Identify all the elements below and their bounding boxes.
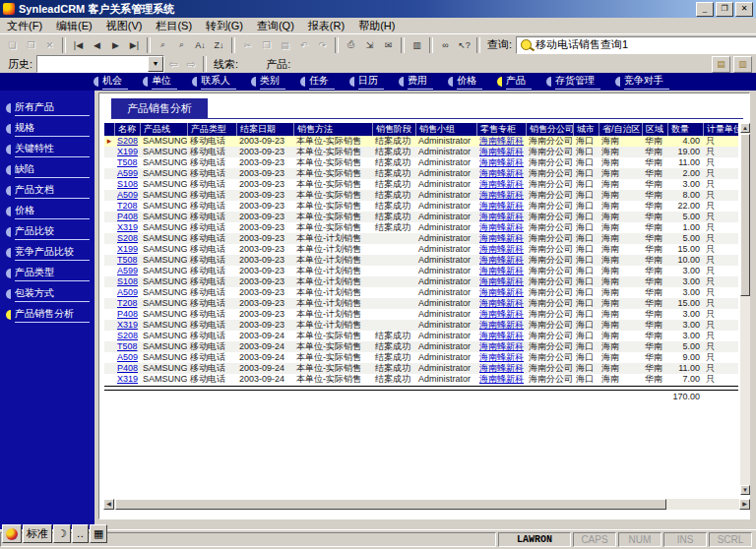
sidebar-item-4[interactable]: 产品文档 xyxy=(0,180,94,201)
column-header-9[interactable]: 城市 xyxy=(573,123,598,136)
column-header-10[interactable]: 省/自治区 xyxy=(598,123,642,136)
tab-item-0[interactable]: 机会 xyxy=(94,74,128,90)
table-row[interactable]: T208SAMSUNG移动电话2003-09-23本单位-计划销售Adminis… xyxy=(104,298,738,309)
ime-language-button[interactable] xyxy=(2,524,22,543)
retail-counter-link[interactable]: 海南蜂新科 xyxy=(476,136,526,147)
tab-item-10[interactable]: 竞争对手 xyxy=(615,74,669,90)
tab-item-7[interactable]: 价格 xyxy=(448,74,482,90)
search-icon[interactable]: ⌕ xyxy=(154,36,172,54)
table-row[interactable]: ▸S208SAMSUNG移动电话2003-09-23本单位-实际销售结案成功Ad… xyxy=(104,136,738,147)
scroll-up-icon[interactable]: ▲ xyxy=(740,123,750,133)
nav-first-icon[interactable]: |◀ xyxy=(69,36,88,54)
table-row[interactable]: X319SAMSUNG移动电话2003-09-24本单位-实际销售结案成功Adm… xyxy=(104,374,738,385)
product-name-link[interactable]: T508 xyxy=(114,157,140,168)
card-detail-icon[interactable]: ▥ xyxy=(733,56,752,73)
horizontal-scroll-thumb[interactable] xyxy=(115,499,666,510)
card-view-icon[interactable]: ▤ xyxy=(712,56,730,73)
tab-item-3[interactable]: 类别 xyxy=(251,74,285,90)
product-name-link[interactable]: T208 xyxy=(114,201,140,212)
sidebar-item-9[interactable]: 包装方式 xyxy=(0,283,94,304)
sort-asc-icon[interactable]: A↓ xyxy=(191,36,210,54)
retail-counter-link[interactable]: 海南蜂新科 xyxy=(476,190,526,201)
retail-counter-link[interactable]: 海南蜂新科 xyxy=(476,276,526,287)
column-header-2[interactable]: 产品类型 xyxy=(187,123,236,136)
column-header-7[interactable]: 零售专柜 xyxy=(476,123,526,136)
menu-item-0[interactable]: 文件(F) xyxy=(0,19,49,33)
table-row[interactable]: S208SAMSUNG移动电话2003-09-24本单位-实际销售结案成功Adm… xyxy=(104,331,738,341)
menu-item-2[interactable]: 视图(V) xyxy=(99,19,150,33)
product-name-link[interactable]: X199 xyxy=(114,147,140,157)
tab-item-1[interactable]: 单位 xyxy=(143,74,177,90)
find-binoculars-icon[interactable]: ∞ xyxy=(436,36,455,54)
retail-counter-link[interactable]: 海南蜂新科 xyxy=(476,244,526,255)
menu-item-5[interactable]: 查询(Q) xyxy=(250,19,301,33)
product-name-link[interactable]: A599 xyxy=(114,168,140,179)
report-icon[interactable]: ▥ xyxy=(408,36,426,54)
retail-counter-link[interactable]: 海南蜂新科 xyxy=(476,212,526,222)
send-icon[interactable]: ✉ xyxy=(379,36,398,54)
sidebar-item-7[interactable]: 竞争产品比较 xyxy=(0,242,94,263)
retail-counter-link[interactable]: 海南蜂新科 xyxy=(476,363,526,374)
sidebar-item-3[interactable]: 缺陷 xyxy=(0,159,94,180)
context-help-icon[interactable]: ↖? xyxy=(455,36,473,54)
table-row[interactable]: A509SAMSUNG移动电话2003-09-23本单位-实际销售结案成功Adm… xyxy=(104,190,738,201)
table-row[interactable]: P408SAMSUNG移动电话2003-09-24本单位-实际销售结案成功Adm… xyxy=(104,363,738,374)
retail-counter-link[interactable]: 海南蜂新科 xyxy=(476,341,526,352)
sort-desc-icon[interactable]: Z↓ xyxy=(210,36,228,54)
retail-counter-link[interactable]: 海南蜂新科 xyxy=(476,287,526,298)
product-name-link[interactable]: S208 xyxy=(114,136,140,147)
product-name-link[interactable]: X199 xyxy=(114,244,140,255)
product-name-link[interactable]: A509 xyxy=(114,287,140,298)
sidebar-item-10[interactable]: 产品销售分析 xyxy=(0,304,94,325)
horizontal-scrollbar[interactable]: ◀ ▶ xyxy=(103,499,750,510)
product-name-link[interactable]: S208 xyxy=(114,233,140,244)
retail-counter-link[interactable]: 海南蜂新科 xyxy=(476,266,526,276)
menu-item-6[interactable]: 报表(R) xyxy=(301,19,351,33)
column-header-13[interactable]: 计量单位 xyxy=(703,123,738,136)
menu-item-3[interactable]: 栏目(S) xyxy=(149,19,199,33)
table-row[interactable]: A599SAMSUNG移动电话2003-09-23本单位-计划销售Adminis… xyxy=(104,266,738,276)
retail-counter-link[interactable]: 海南蜂新科 xyxy=(476,374,526,385)
column-header-6[interactable]: 销售小组 xyxy=(415,123,476,136)
table-row[interactable]: S108SAMSUNG移动电话2003-09-23本单位-计划销售Adminis… xyxy=(104,276,738,287)
tab-item-8[interactable]: 产品 xyxy=(497,74,532,90)
column-header-0[interactable]: 名称 xyxy=(114,123,140,136)
table-row[interactable]: T508SAMSUNG移动电话2003-09-23本单位-计划销售Adminis… xyxy=(104,255,738,266)
menu-item-4[interactable]: 转到(G) xyxy=(199,19,250,33)
sidebar-item-0[interactable]: 所有产品 xyxy=(0,97,94,118)
product-name-link[interactable]: S108 xyxy=(114,179,140,190)
ime-mode-button[interactable]: 标准 xyxy=(23,524,52,543)
sidebar-item-5[interactable]: 价格 xyxy=(0,201,94,221)
retail-counter-link[interactable]: 海南蜂新科 xyxy=(476,309,526,320)
ime-punctuation-icon[interactable]: ‥ xyxy=(72,524,89,543)
close-button[interactable]: ✕ xyxy=(735,2,753,17)
product-name-link[interactable]: T508 xyxy=(114,255,140,266)
column-header-11[interactable]: 区域 xyxy=(642,123,667,136)
ime-softkeyboard-icon[interactable]: ▦ xyxy=(90,524,107,543)
table-row[interactable]: A509SAMSUNG移动电话2003-09-23本单位-计划销售Adminis… xyxy=(104,287,738,298)
product-name-link[interactable]: P408 xyxy=(114,212,140,222)
table-row[interactable]: S108SAMSUNG移动电话2003-09-23本单位-实际销售结案成功Adm… xyxy=(104,179,738,190)
column-header-8[interactable]: 销售分公司 xyxy=(526,123,573,136)
search-preview-icon[interactable]: ⌕ xyxy=(172,36,191,54)
product-name-link[interactable]: A509 xyxy=(114,190,140,201)
product-name-link[interactable]: A509 xyxy=(114,352,140,363)
product-name-link[interactable]: P408 xyxy=(114,363,140,374)
tab-item-5[interactable]: 日历 xyxy=(349,74,384,90)
export-icon[interactable]: ⇲ xyxy=(360,36,379,54)
scroll-right-icon[interactable]: ▶ xyxy=(739,499,750,510)
retail-counter-link[interactable]: 海南蜂新科 xyxy=(476,233,526,244)
scroll-down-icon[interactable]: ▼ xyxy=(740,485,750,495)
product-name-link[interactable]: A599 xyxy=(114,266,140,276)
sidebar-item-2[interactable]: 关键特性 xyxy=(0,139,94,159)
table-row[interactable]: X319SAMSUNG移动电话2003-09-23本单位-计划销售Adminis… xyxy=(104,320,738,331)
product-name-link[interactable]: X319 xyxy=(114,222,140,233)
product-name-link[interactable]: T508 xyxy=(114,341,140,352)
retail-counter-link[interactable]: 海南蜂新科 xyxy=(476,147,526,157)
tab-item-9[interactable]: 存货管理 xyxy=(546,74,600,90)
product-name-link[interactable]: X319 xyxy=(114,374,140,385)
retail-counter-link[interactable]: 海南蜂新科 xyxy=(476,168,526,179)
column-header-1[interactable]: 产品线 xyxy=(140,123,187,136)
menu-item-1[interactable]: 编辑(E) xyxy=(49,19,99,33)
print-icon[interactable]: ⎙ xyxy=(342,36,360,54)
